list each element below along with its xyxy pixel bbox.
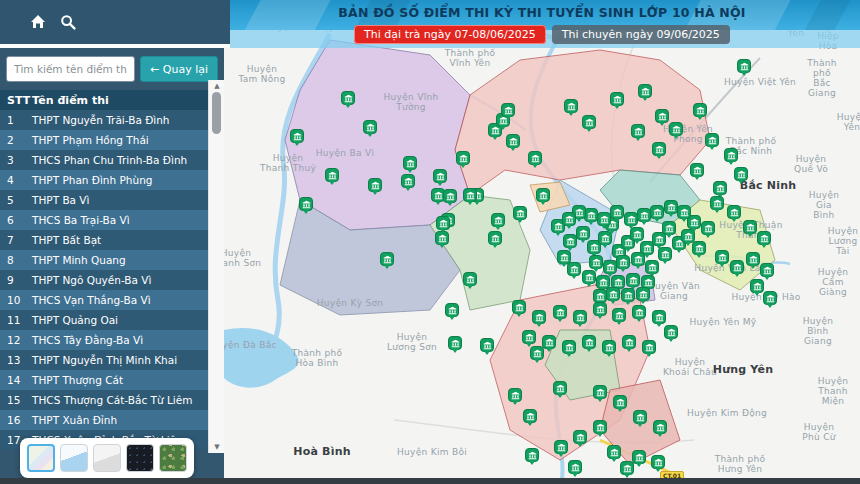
- exam-site-marker[interactable]: [645, 260, 659, 274]
- exam-site-marker[interactable]: [620, 461, 634, 475]
- exam-site-marker[interactable]: [632, 305, 646, 319]
- exam-site-marker[interactable]: [692, 241, 706, 255]
- map-canvas[interactable]: Huyện Yên LậpThị xã Phúc YênHuyện Hiệp H…: [224, 0, 860, 479]
- exam-site-marker[interactable]: [501, 103, 515, 117]
- exam-site-marker[interactable]: [652, 310, 666, 324]
- exam-site-marker[interactable]: [299, 197, 313, 211]
- exam-site-marker[interactable]: [597, 212, 611, 226]
- exam-site-marker[interactable]: [610, 205, 624, 219]
- list-scrollbar[interactable]: ▲ ▼: [208, 80, 224, 453]
- exam-site-marker[interactable]: [693, 103, 707, 117]
- exam-site-marker[interactable]: [401, 174, 415, 188]
- exam-site-marker[interactable]: [730, 260, 744, 274]
- exam-site-marker[interactable]: [463, 188, 477, 202]
- exam-site-marker[interactable]: [750, 279, 764, 293]
- scroll-down-icon[interactable]: ▼: [209, 442, 225, 452]
- exam-site-marker[interactable]: [573, 430, 587, 444]
- exam-site-marker[interactable]: [532, 310, 546, 324]
- exam-site-marker[interactable]: [638, 84, 652, 98]
- exam-site-marker[interactable]: [636, 287, 650, 301]
- exam-site-marker[interactable]: [436, 216, 450, 230]
- exam-site-marker[interactable]: [724, 148, 738, 162]
- exam-general-button[interactable]: Thi đại trà ngày 07-08/06/2025: [354, 25, 546, 44]
- exam-site-marker[interactable]: [616, 255, 630, 269]
- exam-site-marker[interactable]: [341, 91, 355, 105]
- exam-site-marker[interactable]: [563, 234, 577, 248]
- exam-site-marker[interactable]: [727, 205, 741, 219]
- exam-site-marker[interactable]: [612, 308, 626, 322]
- exam-site-marker[interactable]: [602, 340, 616, 354]
- exam-site-marker[interactable]: [506, 134, 520, 148]
- exam-site-marker[interactable]: [523, 409, 537, 423]
- exam-site-marker[interactable]: [463, 272, 477, 286]
- table-row[interactable]: 15THCS Thượng Cát-Bắc Từ Liêm: [0, 390, 208, 410]
- table-row[interactable]: 1THPT Nguyễn Trãi-Ba Đình: [0, 110, 208, 130]
- exam-site-marker[interactable]: [677, 205, 691, 219]
- exam-site-marker[interactable]: [664, 325, 678, 339]
- basemap-option-blue[interactable]: [60, 444, 88, 472]
- exam-site-marker[interactable]: [448, 336, 462, 350]
- exam-site-marker[interactable]: [553, 305, 567, 319]
- exam-site-marker[interactable]: [554, 440, 568, 454]
- exam-site-marker[interactable]: [613, 395, 627, 409]
- exam-site-marker[interactable]: [690, 163, 704, 177]
- exam-site-marker[interactable]: [705, 133, 719, 147]
- basemap-option-gray[interactable]: [93, 444, 121, 472]
- exam-site-marker[interactable]: [290, 129, 304, 143]
- exam-site-marker[interactable]: [480, 338, 494, 352]
- exam-site-marker[interactable]: [445, 303, 459, 317]
- exam-site-marker[interactable]: [593, 420, 607, 434]
- basemap-option-dark[interactable]: [126, 444, 154, 472]
- table-row[interactable]: 7THPT Bất Bạt: [0, 230, 208, 250]
- exam-site-marker[interactable]: [562, 212, 576, 226]
- exam-site-marker[interactable]: [715, 250, 729, 264]
- exam-site-marker[interactable]: [631, 252, 645, 266]
- exam-site-marker[interactable]: [380, 252, 394, 266]
- exam-site-marker[interactable]: [593, 385, 607, 399]
- table-row[interactable]: 10THCS Vạn Thắng-Ba Vì: [0, 290, 208, 310]
- exam-site-marker[interactable]: [456, 151, 470, 165]
- exam-site-marker[interactable]: [488, 231, 502, 245]
- exam-site-marker[interactable]: [584, 208, 598, 222]
- exam-site-marker[interactable]: [653, 420, 667, 434]
- exam-site-marker[interactable]: [433, 169, 447, 183]
- table-row[interactable]: 16THPT Xuân Đỉnh: [0, 410, 208, 430]
- table-row[interactable]: 3THCS Phan Chu Trinh-Ba Đình: [0, 150, 208, 170]
- table-row[interactable]: 13THPT Nguyễn Thị Minh Khai: [0, 350, 208, 370]
- exam-site-marker[interactable]: [528, 151, 542, 165]
- exam-site-marker[interactable]: [757, 231, 771, 245]
- exam-site-marker[interactable]: [658, 247, 672, 261]
- scrollbar-thumb[interactable]: [212, 92, 221, 134]
- exam-site-marker[interactable]: [662, 221, 676, 235]
- exam-site-marker[interactable]: [760, 263, 774, 277]
- table-row[interactable]: 11THPT Quảng Oai: [0, 310, 208, 330]
- exam-site-marker[interactable]: [655, 109, 669, 123]
- exam-site-marker[interactable]: [542, 335, 556, 349]
- exam-site-marker[interactable]: [536, 188, 550, 202]
- exam-site-marker[interactable]: [624, 212, 638, 226]
- basemap-option-default[interactable]: [27, 444, 55, 472]
- exam-site-marker[interactable]: [403, 156, 417, 170]
- exam-specialized-button[interactable]: Thi chuyên ngày 09/06/2025: [552, 25, 730, 44]
- home-icon[interactable]: [30, 14, 46, 30]
- exam-site-marker[interactable]: [737, 59, 751, 73]
- exam-site-marker[interactable]: [508, 388, 522, 402]
- table-row[interactable]: 5THPT Ba Vì: [0, 190, 208, 210]
- exam-site-marker[interactable]: [669, 122, 683, 136]
- exam-site-marker[interactable]: [325, 168, 339, 182]
- exam-site-marker[interactable]: [607, 445, 621, 459]
- exam-site-marker[interactable]: [522, 330, 536, 344]
- exam-site-marker[interactable]: [713, 181, 727, 195]
- exam-site-marker[interactable]: [530, 346, 544, 360]
- exam-site-marker[interactable]: [567, 262, 581, 276]
- exam-site-marker[interactable]: [631, 124, 645, 138]
- exam-site-marker[interactable]: [603, 260, 617, 274]
- exam-site-marker[interactable]: [553, 381, 567, 395]
- scroll-up-icon[interactable]: ▲: [209, 81, 225, 91]
- exam-site-marker[interactable]: [593, 302, 607, 316]
- exam-site-marker[interactable]: [632, 450, 646, 464]
- exam-site-marker[interactable]: [363, 120, 377, 134]
- basemap-option-sat[interactable]: [159, 444, 187, 472]
- table-row[interactable]: 12THCS Tây Đằng-Ba Vì: [0, 330, 208, 350]
- exam-site-marker[interactable]: [664, 200, 678, 214]
